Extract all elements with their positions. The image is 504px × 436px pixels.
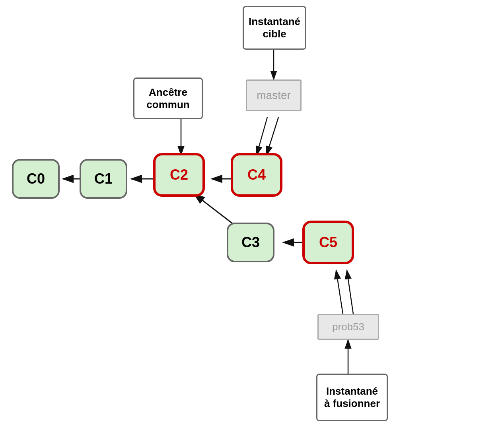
node-c1-label: C1	[94, 171, 113, 187]
label-ancetre-commun: Ancêtrecommun	[133, 78, 203, 119]
node-c0-label: C0	[27, 171, 45, 187]
label-prob53: prob53	[317, 314, 379, 340]
node-c5: C5	[302, 221, 354, 264]
label-master-text: master	[257, 89, 291, 102]
svg-line-5	[194, 194, 234, 225]
label-ancetre-commun-text: Ancêtrecommun	[146, 86, 189, 111]
label-instantane-fusionner: Instantanéà fusionner	[316, 374, 388, 421]
arrows-svg	[0, 0, 504, 436]
node-c4: C4	[231, 153, 282, 197]
node-c3: C3	[227, 223, 274, 262]
label-prob53-text: prob53	[332, 321, 364, 333]
node-c1: C1	[80, 159, 127, 199]
node-c3-label: C3	[241, 234, 260, 251]
label-master: master	[246, 79, 302, 111]
svg-line-11	[336, 270, 343, 314]
label-instantane-cible: Instantanécible	[243, 6, 306, 50]
node-c4-label: C4	[247, 167, 266, 183]
diagram-container: C0 C1 C2 C4 C3 C5 Instantanécible Ancêtr…	[0, 0, 504, 436]
svg-line-9	[257, 117, 267, 155]
node-c0: C0	[12, 159, 60, 199]
svg-line-12	[347, 270, 353, 314]
node-c2-label: C2	[170, 167, 188, 183]
svg-line-10	[267, 117, 278, 155]
node-c5-label: C5	[319, 234, 337, 251]
node-c2: C2	[153, 153, 205, 197]
label-instantane-fusionner-text: Instantanéà fusionner	[324, 385, 380, 410]
label-instantane-cible-text: Instantanécible	[249, 16, 300, 40]
